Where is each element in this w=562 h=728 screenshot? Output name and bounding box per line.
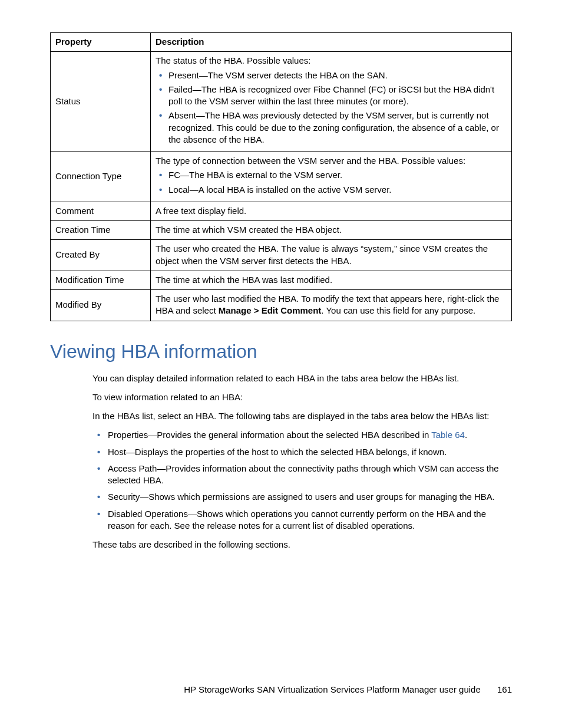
list-item: Absent—The HBA was previously detected b… — [156, 110, 507, 146]
list-item: Host—Displays the properties of the host… — [92, 446, 512, 458]
table-row: Modified By The user who last modified t… — [51, 290, 512, 321]
table-row: Modification Time The time at which the … — [51, 271, 512, 289]
text-run: . You can use this field for any purpose… — [321, 305, 475, 315]
paragraph: In the HBAs list, select an HBA. The fol… — [92, 410, 512, 422]
cell-property: Comment — [51, 202, 151, 220]
paragraph: To view information related to an HBA: — [92, 391, 512, 403]
col-header-property: Property — [51, 33, 151, 52]
paragraph: You can display detailed information rel… — [92, 373, 512, 384]
list-item: Properties—Provides the general informat… — [92, 429, 512, 441]
cell-description: The type of connection between the VSM s… — [151, 152, 512, 202]
cell-bullet-list: Present—The VSM server detects the HBA o… — [156, 70, 507, 146]
cell-description: The status of the HBA. Possible values: … — [151, 52, 512, 152]
cell-description: The time at which the HBA was last modif… — [151, 271, 512, 289]
cell-property: Connection Type — [51, 152, 151, 202]
table-row: Creation Time The time at which VSM crea… — [51, 221, 512, 240]
page-footer: HP StorageWorks SAN Virtualization Servi… — [0, 684, 512, 696]
list-item: Security—Shows which permissions are ass… — [92, 491, 512, 503]
cell-description: The user who last modified the HBA. To m… — [151, 290, 512, 321]
cell-description: The user who created the HBA. The value … — [151, 240, 512, 271]
table-header-row: Property Description — [51, 33, 512, 52]
footer-title: HP StorageWorks SAN Virtualization Servi… — [184, 684, 481, 694]
cross-ref-link[interactable]: Table 64 — [431, 430, 465, 440]
table-row: Comment A free text display field. — [51, 202, 512, 220]
cell-description: The time at which VSM created the HBA ob… — [151, 221, 512, 240]
cell-property: Modification Time — [51, 271, 151, 289]
body-bullet-list: Properties—Provides the general informat… — [92, 429, 512, 532]
section-heading: Viewing HBA information — [50, 339, 512, 364]
text-run-bold: Manage > Edit Comment — [219, 305, 322, 315]
col-header-description: Description — [151, 33, 512, 52]
cell-property: Created By — [51, 240, 151, 271]
cell-bullet-list: FC—The HBA is external to the VSM server… — [156, 169, 507, 196]
text-run: Properties—Provides the general informat… — [108, 430, 431, 440]
list-item: Disabled Operations—Shows which operatio… — [92, 508, 512, 532]
table-row: Connection Type The type of connection b… — [51, 152, 512, 202]
list-item: Access Path—Provides information about t… — [92, 463, 512, 487]
list-item: Local—A local HBA is installed on the ac… — [156, 184, 507, 196]
cell-property: Modified By — [51, 290, 151, 321]
table-row: Status The status of the HBA. Possible v… — [51, 52, 512, 152]
properties-table: Property Description Status The status o… — [50, 32, 512, 321]
list-item: Failed—The HBA is recognized over Fibe C… — [156, 84, 507, 108]
page-number: 161 — [497, 684, 512, 696]
text-run: . — [465, 430, 467, 440]
cell-lead-text: The status of the HBA. Possible values: — [156, 55, 507, 67]
paragraph: These tabs are described in the followin… — [92, 539, 512, 551]
cell-property: Status — [51, 52, 151, 152]
list-item: FC—The HBA is external to the VSM server… — [156, 169, 507, 181]
cell-lead-text: The type of connection between the VSM s… — [156, 155, 507, 167]
cell-description: A free text display field. — [151, 202, 512, 220]
list-item: Present—The VSM server detects the HBA o… — [156, 70, 507, 81]
cell-property: Creation Time — [51, 221, 151, 240]
table-row: Created By The user who created the HBA.… — [51, 240, 512, 271]
